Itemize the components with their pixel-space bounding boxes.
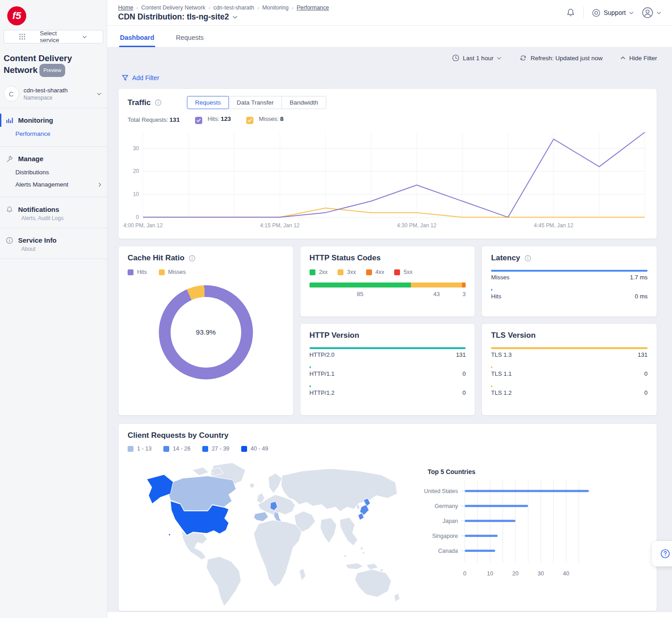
breadcrumb-item[interactable]: cdn-test-sharath xyxy=(213,5,254,11)
status-segment-4xx xyxy=(462,283,466,287)
info-icon xyxy=(6,237,13,244)
meter-row: Misses1.7 ms xyxy=(491,270,648,281)
sidebar-item-notifications[interactable]: Notifications xyxy=(0,202,107,217)
product-title: Content Delivery NetworkPreview xyxy=(4,53,103,77)
status-stacked-bar xyxy=(310,283,466,287)
svg-text:Singapore: Singapore xyxy=(432,533,458,539)
breadcrumb-item[interactable]: Monitoring xyxy=(262,5,288,11)
status-title-text: HTTP Status Codes xyxy=(310,254,381,263)
breadcrumb-item[interactable]: Content Delivery Network xyxy=(141,5,205,11)
time-range-selector[interactable]: Last 1 hour xyxy=(452,54,502,62)
svg-text:4:00 PM, Jan 12: 4:00 PM, Jan 12 xyxy=(123,222,163,229)
page-footer-strip xyxy=(107,612,672,618)
info-icon[interactable] xyxy=(189,255,195,262)
page-title: CDN Distribution: tls-ng-site2 xyxy=(118,12,566,22)
legend-bucket-4: 40 - 49 xyxy=(241,446,268,452)
traffic-card: Traffic Requests Data Transfer Bandwidth… xyxy=(118,88,657,239)
add-filter-button[interactable]: Add Filter xyxy=(118,74,159,81)
help-button[interactable] xyxy=(652,541,672,566)
client-requests-by-country-card: Client Requests by Country 1 - 13 14 - 2… xyxy=(118,423,657,611)
hide-filter-toggle[interactable]: Hide Filter xyxy=(620,55,657,62)
total-requests-stat: Total Requests:131 xyxy=(128,116,180,123)
select-service-dropdown[interactable]: Select service xyxy=(4,30,103,43)
breadcrumb-home[interactable]: Home xyxy=(118,5,133,11)
sidebar-item-monitoring[interactable]: Monitoring xyxy=(0,113,107,128)
support-menu[interactable]: Support xyxy=(592,9,634,17)
meter-row: Hits0 ms xyxy=(491,289,648,300)
traffic-title-text: Traffic xyxy=(128,98,151,107)
legend-item-4xx: 4xx xyxy=(366,269,384,275)
top-header: Home› Content Delivery Network› cdn-test… xyxy=(107,0,672,26)
traffic-metric-switcher: Requests Data Transfer Bandwidth xyxy=(187,96,326,109)
legend-bucket-2: 14 - 26 xyxy=(163,446,191,452)
support-icon xyxy=(592,9,601,17)
sidebar-section-monitoring: Monitoring Performance xyxy=(0,108,107,147)
svg-text:Germany: Germany xyxy=(435,503,458,509)
meter-value: 0 xyxy=(462,370,466,377)
sidebar-section-manage: Manage Distributions Alerts Management xyxy=(0,147,107,197)
select-service-label: Select service xyxy=(40,30,67,43)
grid-apps-icon xyxy=(9,34,36,40)
legend-item-5xx: 5xx xyxy=(394,269,412,275)
cache-card-title: Cache Hit Ratio xyxy=(128,254,284,263)
breadcrumb-performance[interactable]: Performance xyxy=(296,5,329,11)
status-value: 85 xyxy=(357,291,363,297)
misses-checkbox[interactable] xyxy=(246,117,253,124)
chevron-down-icon xyxy=(657,11,661,14)
svg-text:20: 20 xyxy=(133,168,139,174)
legend-bucket-1: 1 - 13 xyxy=(128,446,152,452)
status-value-labels: 85433 xyxy=(310,291,466,299)
breadcrumb-separator: › xyxy=(136,5,138,10)
f5-logo: f5 xyxy=(7,6,26,25)
tab-dashboard[interactable]: Dashboard xyxy=(119,29,155,47)
chevron-up-icon xyxy=(620,56,625,60)
world-map xyxy=(128,455,411,607)
country-legend: 1 - 13 14 - 26 27 - 39 40 - 49 xyxy=(128,446,648,452)
divider xyxy=(583,7,584,19)
clock-icon xyxy=(452,54,459,62)
svg-text:Japan: Japan xyxy=(443,518,458,524)
cache-hit-ratio-card: Cache Hit Ratio Hits Misses 93.9% xyxy=(118,246,294,416)
info-icon[interactable] xyxy=(524,255,531,262)
svg-text:20: 20 xyxy=(512,570,519,577)
info-icon[interactable] xyxy=(155,99,162,106)
sidebar-item-label: Distributions xyxy=(15,169,49,176)
user-menu[interactable] xyxy=(642,7,661,19)
help-icon xyxy=(660,548,671,559)
chevron-down-icon[interactable] xyxy=(233,15,238,19)
refresh-icon xyxy=(519,54,527,62)
sidebar-item-manage[interactable]: Manage xyxy=(0,151,107,166)
meter-label: HTTP/2.0 xyxy=(310,351,335,358)
status-legend: 2xx 3xx 4xx 5xx xyxy=(310,269,466,275)
sidebar-item-service-info[interactable]: Service Info xyxy=(0,233,107,248)
top5-countries-bar-chart: 010203040United StatesGermanyJapanSingap… xyxy=(416,475,648,591)
meter-label: HTTP/1.1 xyxy=(310,370,335,377)
hits-checkbox[interactable] xyxy=(195,117,202,124)
legend-item-misses: Misses xyxy=(159,269,186,275)
bar-chart-icon xyxy=(6,117,13,124)
meter-value: 131 xyxy=(456,351,466,358)
refresh-label: Refresh: Updated just now xyxy=(530,55,602,62)
traffic-tab-bandwidth[interactable]: Bandwidth xyxy=(281,96,326,109)
bell-icon xyxy=(6,206,13,213)
sidebar-item-alerts-management[interactable]: Alerts Management xyxy=(0,178,107,191)
meter-value: 131 xyxy=(638,351,648,358)
sidebar-item-performance[interactable]: Performance xyxy=(0,128,107,140)
tab-requests[interactable]: Requests xyxy=(175,29,205,47)
misses-swatch xyxy=(159,269,165,275)
misses-stat: Misses:8 xyxy=(246,115,283,124)
traffic-tab-requests[interactable]: Requests xyxy=(187,96,229,109)
namespace-selector[interactable]: C cdn-test-sharath Namespace xyxy=(0,83,107,108)
latency-card: Latency Misses1.7 msHits0 ms xyxy=(481,246,657,317)
sidebar-item-distributions[interactable]: Distributions xyxy=(0,166,107,178)
refresh-button[interactable]: Refresh: Updated just now xyxy=(519,54,602,62)
bell-icon[interactable] xyxy=(566,8,575,17)
app-root: f5 Select service Content Delivery Netwo… xyxy=(0,0,672,618)
chevron-down-icon xyxy=(97,92,101,96)
chevron-down-icon xyxy=(629,11,634,14)
sidebar-item-label: Monitoring xyxy=(18,116,53,124)
http-version-card: HTTP Version HTTP/2.0131HTTP/1.10HTTP/1.… xyxy=(300,323,476,416)
svg-text:0: 0 xyxy=(136,214,139,220)
traffic-tab-data-transfer[interactable]: Data Transfer xyxy=(229,96,282,109)
status-value: 3 xyxy=(462,291,466,297)
